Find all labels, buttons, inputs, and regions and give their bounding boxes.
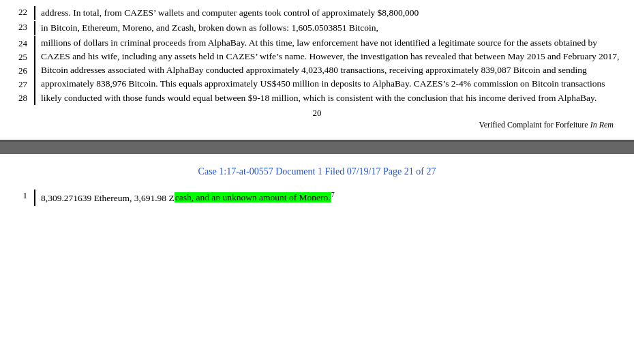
paragraph-text: millions of dollars in criminal proceeds… [41, 36, 634, 105]
bottom-line-1: 1 8,309.271639 Ethereum, 3,691.98 Zcash,… [0, 184, 634, 206]
case-header: Case 1:17-at-00557 Document 1 Filed 07/1… [0, 154, 634, 184]
page-number: 20 [0, 105, 634, 120]
paragraph-divider [34, 36, 35, 105]
bottom-line-text: 8,309.271639 Ethereum, 3,691.98 Zcash, a… [41, 189, 634, 205]
line-text-23: in Bitcoin, Ethereum, Moreno, and Zcash,… [41, 21, 634, 35]
line-number-23: 23 [0, 21, 34, 33]
line-number-25: 25 [0, 50, 27, 64]
line-numbers-col: 24 25 26 27 28 [0, 36, 34, 105]
footer-italic: In Rem [590, 120, 614, 130]
line-23: 23 in Bitcoin, Ethereum, Moreno, and Zca… [0, 20, 634, 35]
line-number-27: 27 [0, 78, 27, 91]
line-divider-23 [34, 21, 35, 35]
line-number-26: 26 [0, 64, 27, 78]
line-number-24: 24 [0, 37, 27, 50]
line-22: 22 address. In total, from CAZES’ wallet… [0, 5, 634, 20]
footnote-superscript: 7 [331, 191, 335, 198]
highlighted-text: cash, and an unknown amount of Monero. [175, 192, 331, 202]
top-document-section: 22 address. In total, from CAZES’ wallet… [0, 0, 634, 142]
section-separator [0, 142, 634, 154]
line-text-22: address. In total, from CAZES’ wallets a… [41, 6, 634, 20]
paragraph-block: 24 25 26 27 28 millions of dollars in cr… [0, 36, 634, 105]
bottom-document-section: Case 1:17-at-00557 Document 1 Filed 07/1… [0, 154, 634, 364]
line-number-22: 22 [0, 6, 34, 18]
bottom-line-number-1: 1 [0, 189, 34, 201]
line-number-28: 28 [0, 91, 27, 105]
text-before-highlight: 8,309.271639 Ethereum, 3,691.98 Z [41, 192, 175, 202]
bottom-line-divider [34, 189, 35, 206]
line-divider-22 [34, 6, 35, 20]
document-footer: Verified Complaint for Forfeiture In Rem [0, 120, 634, 133]
footer-text: Verified Complaint for Forfeiture [479, 120, 588, 130]
